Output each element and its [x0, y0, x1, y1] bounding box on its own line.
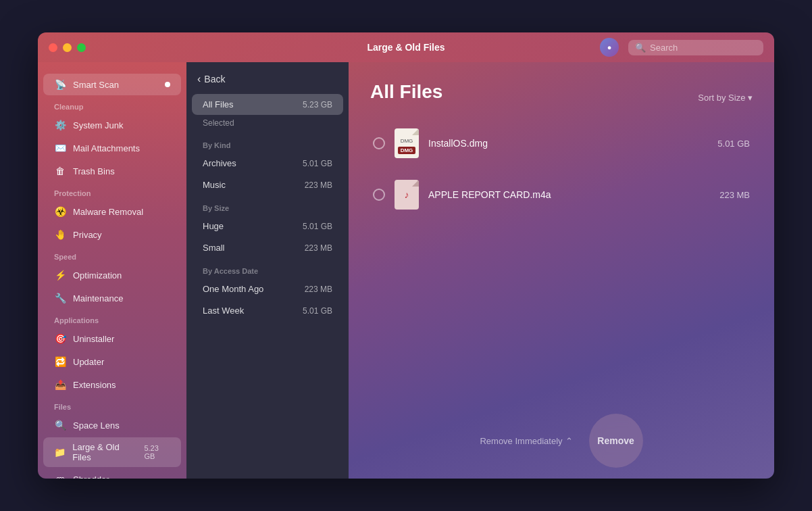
- sidebar-item-smart-scan[interactable]: 📡 Smart Scan: [43, 74, 181, 95]
- sort-label: Sort by Size ▾: [698, 93, 753, 103]
- by-kind-section: By Kind: [186, 133, 349, 152]
- filter-size: 5.01 GB: [303, 159, 332, 168]
- file-icon-wrap: DMG DMG: [393, 127, 420, 160]
- close-button[interactable]: [49, 43, 57, 52]
- title-bar: Large & Old Files ● 🔍: [38, 32, 774, 62]
- trash-icon: 🗑: [54, 165, 66, 177]
- filter-size: 5.01 GB: [303, 222, 332, 231]
- sidebar-item-system-junk[interactable]: ⚙️ System Junk: [43, 114, 181, 136]
- search-input[interactable]: [650, 43, 757, 53]
- sidebar-item-space-lens[interactable]: 🔍 Space Lens: [43, 414, 181, 436]
- file-list: DMG DMG InstallOS.dmg 5.01 GB ♪: [349, 114, 774, 403]
- back-chevron-icon: ‹: [197, 73, 201, 85]
- sidebar: 📡 Smart Scan Cleanup ⚙️ System Junk ✉️ M…: [38, 62, 186, 479]
- sidebar-item-label: Updater: [73, 357, 104, 367]
- filter-label: Last Week: [203, 306, 244, 316]
- sidebar-section-speed: Speed: [38, 246, 186, 264]
- filter-label: Small: [203, 243, 225, 253]
- system-junk-icon: ⚙️: [54, 119, 66, 131]
- sidebar-section-files: Files: [38, 396, 186, 414]
- file-name: APPLE REPORT CARD.m4a: [428, 189, 711, 200]
- sidebar-item-label: Maintenance: [73, 293, 123, 303]
- filter-label: One Month Ago: [203, 284, 263, 294]
- sidebar-item-label: System Junk: [73, 120, 123, 130]
- sidebar-item-label: Shredder: [73, 474, 109, 479]
- sidebar-item-label: Space Lens: [73, 420, 120, 431]
- sidebar-item-label: Smart Scan: [73, 80, 119, 90]
- filter-archives[interactable]: Archives 5.01 GB: [192, 153, 343, 174]
- filter-label: Archives: [203, 158, 236, 168]
- search-icon: 🔍: [635, 43, 646, 53]
- space-lens-icon: 🔍: [54, 419, 66, 431]
- filter-size: 223 MB: [305, 243, 332, 253]
- app-window: Large & Old Files ● 🔍 📡 Smart Scan Clean…: [38, 32, 774, 479]
- search-bar: 🔍: [628, 40, 763, 55]
- filter-size: 223 MB: [305, 180, 332, 190]
- sidebar-item-label: Large & Old Files: [72, 442, 137, 462]
- file-size: 223 MB: [719, 190, 750, 200]
- filter-small[interactable]: Small 223 MB: [192, 237, 343, 258]
- filter-music[interactable]: Music 223 MB: [192, 174, 343, 195]
- sidebar-item-shredder[interactable]: 🗃 Shredder: [43, 468, 181, 479]
- filter-size: 5.01 GB: [303, 306, 332, 316]
- dmg-label: DMG: [401, 138, 413, 144]
- file-name: InstallOS.dmg: [428, 138, 709, 149]
- optimization-icon: ⚡: [54, 269, 66, 281]
- sidebar-item-extensions[interactable]: 📤 Extensions: [43, 374, 181, 395]
- sidebar-item-large-old-files[interactable]: 📁 Large & Old Files 5.23 GB: [43, 437, 181, 467]
- remove-label: Remove: [597, 435, 634, 446]
- file-select-radio[interactable]: [373, 137, 385, 149]
- filter-size: 223 MB: [305, 285, 332, 294]
- smart-scan-icon: 📡: [54, 78, 66, 91]
- sidebar-item-label: Privacy: [73, 230, 102, 240]
- file-select-radio[interactable]: [373, 189, 385, 201]
- bottom-bar: Remove Immediately ⌃ Remove: [349, 403, 774, 479]
- updater-icon: 🔁: [54, 356, 66, 368]
- filter-last-week[interactable]: Last Week 5.01 GB: [192, 300, 343, 321]
- extensions-icon: 📤: [54, 379, 66, 391]
- sidebar-item-updater[interactable]: 🔁 Updater: [43, 351, 181, 372]
- sidebar-item-maintenance[interactable]: 🔧 Maintenance: [43, 287, 181, 309]
- dmg-badge: DMG: [398, 147, 416, 154]
- remove-button[interactable]: Remove: [589, 414, 643, 468]
- filter-label: All Files: [203, 99, 234, 110]
- sidebar-item-optimization[interactable]: ⚡ Optimization: [43, 264, 181, 286]
- sidebar-item-label: Extensions: [73, 380, 116, 390]
- by-size-section: By Size: [186, 196, 349, 215]
- sort-control[interactable]: Sort by Size ▾: [698, 93, 753, 103]
- sidebar-item-trash-bins[interactable]: 🗑 Trash Bins: [43, 160, 181, 182]
- sidebar-section-cleanup: Cleanup: [38, 96, 186, 114]
- sidebar-item-malware-removal[interactable]: ☣️ Malware Removal: [43, 201, 181, 222]
- remove-immediately-label: Remove Immediately: [480, 436, 562, 446]
- filter-one-month-ago[interactable]: One Month Ago 223 MB: [192, 278, 343, 299]
- sidebar-item-label: Malware Removal: [73, 207, 143, 217]
- sidebar-item-privacy[interactable]: 🤚 Privacy: [43, 224, 181, 245]
- sidebar-item-uninstaller[interactable]: 🎯 Uninstaller: [43, 328, 181, 349]
- maintenance-icon: 🔧: [54, 292, 66, 304]
- privacy-icon: 🤚: [54, 228, 66, 241]
- window-title: Large & Old Files: [367, 42, 445, 53]
- table-row[interactable]: DMG DMG InstallOS.dmg 5.01 GB: [365, 119, 758, 168]
- m4a-file-icon: ♪: [395, 180, 419, 210]
- maximize-button[interactable]: [77, 43, 86, 52]
- shredder-icon: 🗃: [54, 473, 66, 479]
- filter-huge[interactable]: Huge 5.01 GB: [192, 216, 343, 237]
- user-avatar[interactable]: ●: [600, 38, 619, 57]
- middle-panel: ‹ Back All Files 5.23 GB Selected By Kin…: [186, 62, 349, 479]
- sidebar-item-label: Optimization: [73, 270, 122, 281]
- remove-immediately-button[interactable]: Remove Immediately ⌃: [480, 436, 572, 446]
- minimize-button[interactable]: [63, 43, 72, 52]
- malware-icon: ☣️: [54, 205, 66, 218]
- dmg-file-icon: DMG DMG: [395, 128, 419, 158]
- main-panel: All Files Sort by Size ▾ DMG DMG Install…: [349, 62, 774, 479]
- sidebar-item-label: Mail Attachments: [73, 143, 140, 153]
- back-button[interactable]: ‹ Back: [186, 73, 349, 93]
- filter-label: Huge: [203, 221, 224, 231]
- remove-immediately-chevron-icon: ⌃: [565, 436, 573, 446]
- table-row[interactable]: ♪ APPLE REPORT CARD.m4a 223 MB: [365, 170, 758, 219]
- sidebar-item-mail-attachments[interactable]: ✉️ Mail Attachments: [43, 137, 181, 159]
- large-old-files-icon: 📁: [54, 446, 66, 458]
- by-access-date-section: By Access Date: [186, 259, 349, 278]
- filter-all-files[interactable]: All Files 5.23 GB: [192, 94, 343, 115]
- mail-icon: ✉️: [54, 142, 66, 154]
